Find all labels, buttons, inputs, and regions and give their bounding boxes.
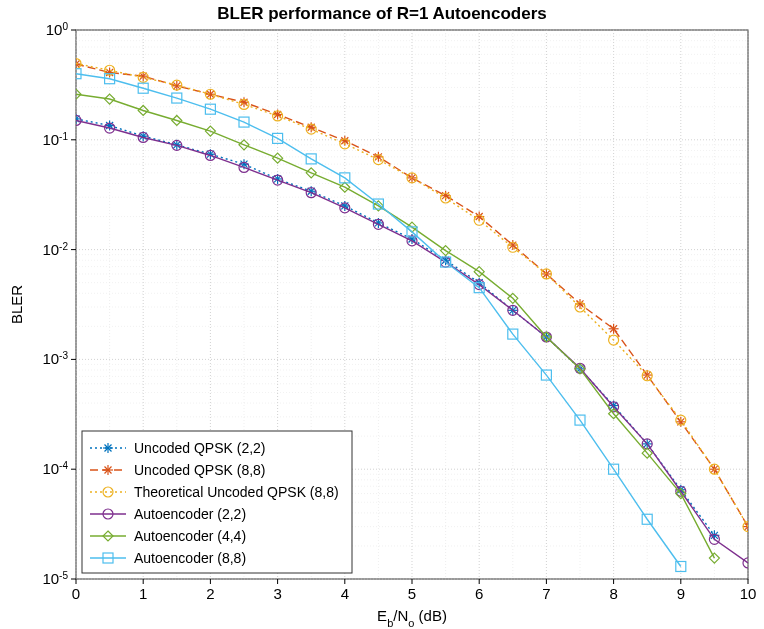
legend-label: Autoencoder (2,2) — [134, 506, 246, 522]
x-tick-label: 9 — [677, 585, 685, 602]
y-tick-label: 10-4 — [42, 460, 68, 478]
x-tick-label: 3 — [273, 585, 281, 602]
y-axis-label: BLER — [8, 285, 25, 324]
y-tick-label: 10-5 — [42, 570, 68, 588]
y-tick-label: 10-2 — [42, 240, 68, 258]
x-tick-label: 7 — [542, 585, 550, 602]
legend-label: Uncoded QPSK (2,2) — [134, 440, 266, 456]
y-tick-label: 10-1 — [42, 130, 68, 148]
x-tick-label: 4 — [341, 585, 349, 602]
x-tick-label: 2 — [206, 585, 214, 602]
x-tick-label: 8 — [609, 585, 617, 602]
chart-title: BLER performance of R=1 Autoencoders — [0, 4, 764, 24]
legend-label: Autoencoder (8,8) — [134, 550, 246, 566]
x-axis-label: Eb/No (dB) — [377, 607, 447, 629]
legend-label: Theoretical Uncoded QPSK (8,8) — [134, 484, 339, 500]
chart-svg: 01234567891010-510-410-310-210-1100BLERE… — [0, 0, 764, 629]
x-tick-label: 6 — [475, 585, 483, 602]
x-tick-label: 1 — [139, 585, 147, 602]
legend-label: Uncoded QPSK (8,8) — [134, 462, 266, 478]
chart-container: BLER performance of R=1 Autoencoders 012… — [0, 0, 764, 629]
legend-label: Autoencoder (4,4) — [134, 528, 246, 544]
y-tick-label: 10-3 — [42, 350, 68, 368]
x-tick-label: 5 — [408, 585, 416, 602]
x-tick-label: 0 — [72, 585, 80, 602]
legend: Uncoded QPSK (2,2)Uncoded QPSK (8,8)Theo… — [82, 431, 352, 573]
x-tick-label: 10 — [740, 585, 757, 602]
